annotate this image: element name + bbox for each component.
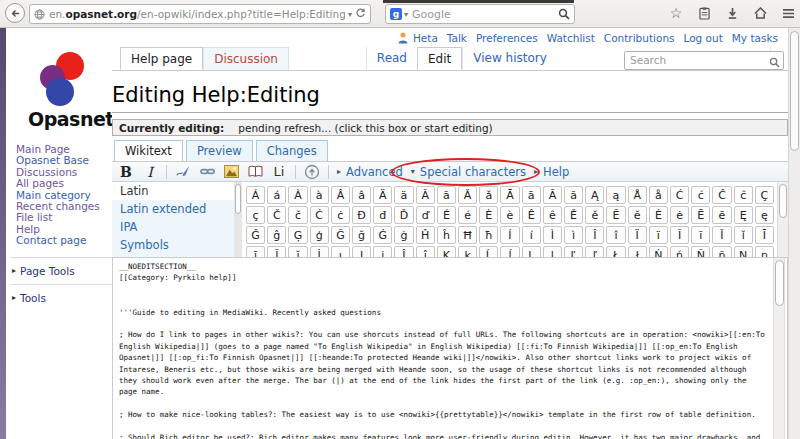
special-char-button[interactable]: Ĥ bbox=[416, 226, 435, 244]
tab-help-page[interactable]: Help page bbox=[120, 47, 203, 70]
personal-link-heta[interactable]: Heta bbox=[413, 32, 438, 44]
editing-status-box[interactable]: Currently editing: pending refresh... (c… bbox=[112, 119, 788, 136]
special-char-button[interactable]: É bbox=[437, 206, 456, 224]
embedded-file-icon[interactable] bbox=[223, 164, 239, 180]
special-char-button[interactable]: ğ bbox=[352, 226, 371, 244]
special-char-button[interactable]: Ĵ bbox=[394, 246, 413, 257]
special-char-button[interactable]: ħ bbox=[479, 226, 498, 244]
special-char-button[interactable]: Ĭ bbox=[267, 246, 286, 257]
special-char-button[interactable]: í bbox=[522, 226, 541, 244]
wikitext-textarea[interactable]: __NOEDITSECTION__ [[Category: Pyrkilo he… bbox=[112, 257, 788, 439]
special-char-button[interactable]: â bbox=[352, 186, 371, 204]
sidebar-section-tools[interactable]: ▸Tools bbox=[10, 284, 112, 311]
special-char-button[interactable]: Ǎ bbox=[458, 186, 477, 204]
special-char-button[interactable]: Ď bbox=[394, 206, 413, 224]
special-char-button[interactable]: Ą bbox=[585, 186, 604, 204]
editor-tab-wikitext[interactable]: Wikitext bbox=[114, 140, 183, 161]
special-char-button[interactable]: ĺ bbox=[500, 246, 519, 257]
special-char-button[interactable]: Î bbox=[585, 226, 604, 244]
personal-link-talk[interactable]: Talk bbox=[447, 32, 467, 44]
sidebar-item-contact-page[interactable]: Contact page bbox=[16, 235, 112, 246]
special-char-button[interactable]: Ě bbox=[564, 206, 583, 224]
special-char-button[interactable]: ä bbox=[394, 186, 413, 204]
personal-link-contributions[interactable]: Contributions bbox=[604, 32, 675, 44]
special-char-button[interactable]: ĵ bbox=[416, 246, 435, 257]
special-char-button[interactable]: č bbox=[288, 206, 307, 224]
special-char-button[interactable]: Ă bbox=[543, 186, 562, 204]
special-char-button[interactable]: Ė bbox=[649, 206, 668, 224]
tab-read[interactable]: Read bbox=[366, 47, 417, 70]
special-char-button[interactable]: ď bbox=[416, 206, 435, 224]
special-char-button[interactable]: é bbox=[458, 206, 477, 224]
bookmark-star-icon[interactable]: ☆ bbox=[668, 5, 684, 21]
special-char-button[interactable]: ĉ bbox=[734, 186, 753, 204]
special-char-button[interactable]: è bbox=[500, 206, 519, 224]
special-char-button[interactable]: Ē bbox=[691, 206, 710, 224]
special-char-button[interactable]: Ç bbox=[755, 186, 774, 204]
special-char-button[interactable]: ķ bbox=[458, 246, 477, 257]
special-char-button[interactable]: ă bbox=[564, 186, 583, 204]
special-char-button[interactable]: Į bbox=[352, 246, 371, 257]
charset-symbols[interactable]: Symbols bbox=[112, 236, 234, 254]
sidebar-section-page-tools[interactable]: ▸Page Tools bbox=[10, 257, 112, 284]
special-char-button[interactable]: ǎ bbox=[479, 186, 498, 204]
bold-button[interactable]: B bbox=[118, 164, 134, 180]
special-char-button[interactable]: ĭ bbox=[288, 246, 307, 257]
special-char-button[interactable]: Â bbox=[331, 186, 350, 204]
special-char-button[interactable]: Ĉ bbox=[712, 186, 731, 204]
sidebar-item-all-pages[interactable]: All pages bbox=[16, 178, 112, 189]
special-char-button[interactable]: î bbox=[606, 226, 625, 244]
special-char-button[interactable]: ľ bbox=[585, 246, 604, 257]
special-char-button[interactable]: á bbox=[267, 186, 286, 204]
special-char-button[interactable]: ī bbox=[246, 246, 265, 257]
special-char-button[interactable]: Ĕ bbox=[606, 206, 625, 224]
special-char-button[interactable]: ģ bbox=[310, 226, 329, 244]
special-char-button[interactable]: ï bbox=[649, 226, 668, 244]
special-char-button[interactable]: Ł bbox=[606, 246, 625, 257]
menu-hamburger-icon[interactable] bbox=[780, 5, 796, 21]
special-char-button[interactable]: ņ bbox=[755, 246, 774, 257]
textarea-scrollbar[interactable] bbox=[773, 258, 785, 439]
charset-ipa[interactable]: IPA bbox=[112, 218, 234, 236]
special-char-button[interactable]: ĥ bbox=[437, 226, 456, 244]
special-char-button[interactable]: ē bbox=[712, 206, 731, 224]
browser-search-bar[interactable]: g ▾ bbox=[385, 4, 575, 24]
italic-button[interactable]: I bbox=[142, 164, 158, 180]
menu-scrollbar[interactable] bbox=[234, 182, 242, 257]
special-char-button[interactable]: ą bbox=[606, 186, 625, 204]
special-char-button[interactable]: Ñ bbox=[691, 246, 710, 257]
special-char-button[interactable]: Ĝ bbox=[246, 226, 265, 244]
special-char-button[interactable]: Ę bbox=[734, 206, 753, 224]
special-char-button[interactable]: Å bbox=[628, 186, 647, 204]
special-char-button[interactable]: Ņ bbox=[734, 246, 753, 257]
opasnet-logo[interactable]: Opasnet bbox=[28, 52, 98, 130]
special-char-button[interactable]: ã bbox=[437, 186, 456, 204]
special-char-button[interactable]: Ǐ bbox=[712, 226, 731, 244]
personal-link-log-out[interactable]: Log out bbox=[684, 32, 723, 44]
special-char-button[interactable]: ė bbox=[670, 206, 689, 224]
special-char-button[interactable]: Ľ bbox=[564, 246, 583, 257]
special-char-button[interactable]: Ģ bbox=[288, 226, 307, 244]
special-char-button[interactable]: Ĺ bbox=[479, 246, 498, 257]
tab-edit[interactable]: Edit bbox=[417, 47, 462, 70]
special-char-button[interactable]: Ķ bbox=[437, 246, 456, 257]
url-dropdown-icon[interactable]: ▾ bbox=[348, 10, 352, 19]
browser-scrollbar[interactable] bbox=[788, 28, 800, 439]
editor-tab-preview[interactable]: Preview bbox=[186, 140, 253, 161]
special-char-button[interactable]: Ħ bbox=[458, 226, 477, 244]
special-char-button[interactable]: Ļ bbox=[522, 246, 541, 257]
url-bar[interactable]: en.opasnet.org/en-opwiki/index.php?title… bbox=[29, 4, 371, 24]
special-char-button[interactable]: Í bbox=[500, 226, 519, 244]
special-char-button[interactable]: ā bbox=[522, 186, 541, 204]
back-button[interactable] bbox=[5, 3, 25, 23]
bookmarks-list-icon[interactable] bbox=[696, 5, 712, 21]
personal-link-preferences[interactable]: Preferences bbox=[476, 32, 538, 44]
help-section-toggle[interactable]: ▸ Help bbox=[534, 165, 569, 179]
special-char-button[interactable]: ì bbox=[564, 226, 583, 244]
special-char-button[interactable]: ĕ bbox=[628, 206, 647, 224]
special-char-button[interactable]: Ń bbox=[649, 246, 668, 257]
special-characters-toggle[interactable]: ▾ Special characters bbox=[411, 165, 526, 179]
list-button[interactable]: Li bbox=[271, 164, 287, 180]
special-char-button[interactable]: È bbox=[479, 206, 498, 224]
special-char-button[interactable]: Ä bbox=[373, 186, 392, 204]
